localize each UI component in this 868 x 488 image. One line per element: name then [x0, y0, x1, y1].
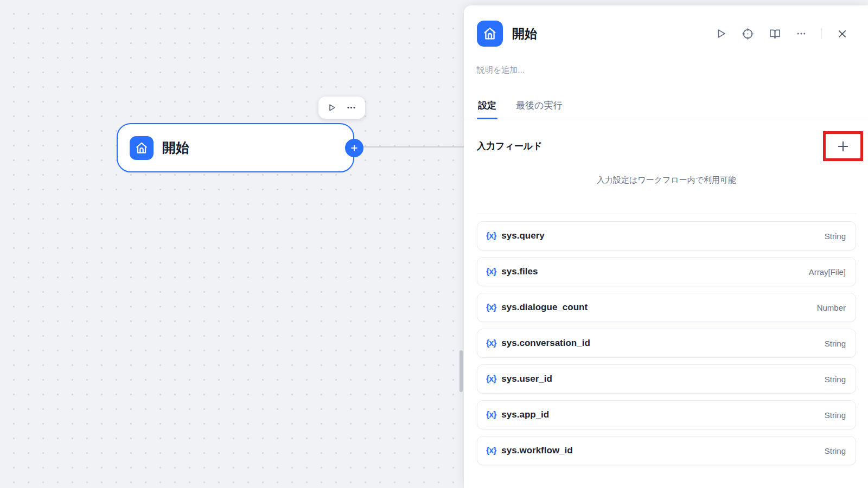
variable-icon: {x}: [486, 374, 496, 384]
variable-row[interactable]: {x} sys.app_id String: [477, 400, 856, 429]
section-divider: [477, 214, 856, 214]
panel-header: 開始: [464, 5, 868, 47]
input-fields-title: 入力フィールド: [477, 140, 542, 152]
variable-name: sys.dialogue_count: [501, 302, 588, 313]
tab-settings[interactable]: 設定: [477, 99, 497, 119]
home-icon: [477, 21, 503, 47]
variable-type: String: [825, 410, 846, 420]
node-more-button[interactable]: [345, 101, 358, 114]
variable-row[interactable]: {x} sys.query String: [477, 221, 856, 251]
variable-row[interactable]: {x} sys.conversation_id String: [477, 329, 856, 358]
play-icon: [715, 28, 727, 40]
variable-name: sys.app_id: [501, 409, 549, 420]
connector-line: [355, 146, 465, 147]
docs-button[interactable]: [769, 28, 781, 40]
more-button[interactable]: [796, 28, 807, 39]
variable-icon: {x}: [486, 410, 496, 420]
close-icon: [837, 28, 848, 40]
variable-type: String: [825, 375, 846, 384]
ellipsis-icon: [796, 28, 807, 39]
add-next-node-button[interactable]: [345, 139, 363, 157]
plus-icon: [350, 144, 359, 152]
variable-row[interactable]: {x} sys.dialogue_count Number: [477, 293, 856, 322]
ellipsis-icon: [346, 102, 356, 113]
book-open-icon: [769, 28, 781, 40]
variable-icon: {x}: [486, 446, 496, 455]
variable-row[interactable]: {x} sys.files Array[File]: [477, 257, 856, 286]
variable-name: sys.user_id: [501, 374, 552, 384]
variable-type: Array[File]: [809, 267, 846, 277]
node-hover-toolbar: [318, 97, 365, 119]
crosshair-icon: [742, 28, 754, 40]
add-input-field-button[interactable]: [823, 131, 863, 161]
header-divider: [821, 28, 822, 39]
play-icon: [327, 103, 336, 112]
panel-title: 開始: [512, 25, 537, 42]
variable-name: sys.workflow_id: [501, 445, 572, 456]
node-config-panel: 開始: [464, 5, 868, 488]
close-panel-button[interactable]: [837, 28, 848, 40]
variable-icon: {x}: [486, 338, 496, 348]
input-fields-hint: 入力設定はワークフロー内で利用可能: [477, 175, 856, 185]
panel-resize-handle[interactable]: [459, 350, 463, 392]
variable-type: Number: [817, 303, 846, 312]
panel-actions: [715, 28, 848, 40]
variable-icon: {x}: [486, 303, 496, 312]
start-node[interactable]: 開始: [117, 123, 354, 172]
variable-icon: {x}: [486, 231, 496, 241]
focus-node-button[interactable]: [742, 28, 754, 40]
variable-type: String: [825, 446, 846, 455]
input-fields-section-header: 入力フィールド: [477, 131, 856, 161]
panel-body: 入力フィールド 入力設定はワークフロー内で利用可能 {x} sys.query …: [464, 131, 868, 465]
start-node-title: 開始: [162, 139, 189, 157]
variable-row[interactable]: {x} sys.user_id String: [477, 364, 856, 394]
variable-name: sys.query: [501, 230, 544, 241]
variable-type: String: [825, 339, 846, 348]
run-node-button[interactable]: [715, 28, 727, 40]
tab-last-run[interactable]: 最後の実行: [515, 99, 563, 119]
description-input[interactable]: 説明を追加...: [477, 65, 855, 75]
panel-tabs: 設定 最後の実行: [464, 99, 868, 119]
variable-name: sys.files: [501, 266, 538, 277]
variable-type: String: [825, 232, 846, 241]
variable-icon: {x}: [486, 267, 496, 277]
home-icon: [130, 136, 154, 160]
variables-list: {x} sys.query String {x} sys.files Array…: [477, 221, 856, 465]
variable-name: sys.conversation_id: [501, 338, 590, 349]
plus-icon: [836, 139, 850, 153]
variable-row[interactable]: {x} sys.workflow_id String: [477, 436, 856, 465]
node-run-button[interactable]: [326, 102, 337, 113]
